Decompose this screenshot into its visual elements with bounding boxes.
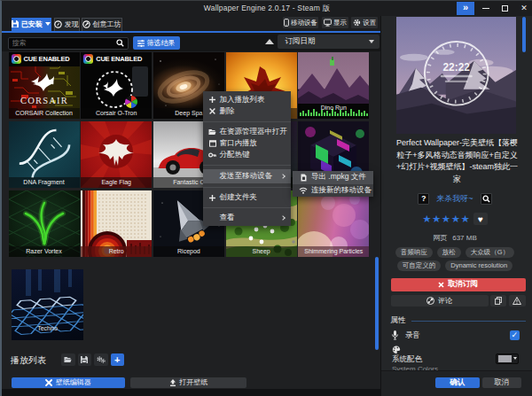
recording-label: 录音 [405, 330, 420, 341]
chevron-right-icon [280, 174, 286, 179]
preview-clock-time: 22:22 [442, 60, 470, 73]
tile-techno[interactable]: Techno [12, 269, 83, 340]
tile-corsair-o-tron[interactable]: CUE ENABLED Corsair O-Tron [81, 52, 152, 119]
menu-item-add-to-playlist[interactable]: 加入播放列表 [203, 94, 291, 105]
chevron-down-icon [513, 357, 517, 360]
tag[interactable]: 音频响应 [395, 247, 433, 258]
sort-dropdown[interactable]: 订阅日期 [278, 35, 380, 49]
cancel-button[interactable]: 取消 [482, 377, 521, 388]
tag[interactable]: 放松 [437, 247, 461, 258]
favorite-button[interactable]: ♥ [473, 213, 488, 225]
tab-workshop[interactable]: 创意工坊 [82, 18, 122, 31]
icue-logo-icon [83, 54, 93, 64]
folder-open-icon [64, 356, 72, 363]
monitor-icon [324, 19, 332, 27]
palette-icon [392, 346, 401, 353]
playlist-save-button[interactable] [78, 353, 92, 366]
playlist-label: 播放列表 [11, 354, 46, 367]
gear-icon [353, 19, 361, 27]
tab-label: 创意工坊 [93, 19, 121, 29]
close-button[interactable]: ✕ [517, 1, 531, 15]
comment-button[interactable]: 评论 [391, 295, 489, 307]
zoom-preview-button[interactable] [481, 193, 492, 205]
window-title: Wallpaper Engine 2.0.17 - Steam 版 [2, 4, 532, 14]
minimize-icon [482, 8, 489, 9]
tile-dna-fragment[interactable]: DNA Fragment [9, 121, 80, 188]
menu-item-create-folder[interactable]: 创建文件夹 [203, 192, 291, 204]
display-button[interactable]: 显示 [322, 17, 349, 28]
wifi-icon [298, 187, 309, 194]
playlist-add-button[interactable]: + [111, 353, 125, 366]
menu-item-delete[interactable]: 删除 [203, 105, 291, 117]
tile-dino-run[interactable]: Dino Run [298, 52, 369, 119]
tile-retro[interactable]: Retro [81, 190, 152, 257]
search-icon [116, 39, 124, 47]
copy-icon [495, 297, 502, 305]
submenu-item-connect-mobile[interactable]: 连接新的移动设备 [293, 184, 373, 198]
color-picker-dropdown[interactable] [496, 353, 519, 364]
tile-label: Dino Run [298, 103, 369, 113]
menu-item-label: 删除 [220, 106, 235, 117]
tab-installed[interactable]: 已安装 [12, 18, 51, 31]
heart-icon: ♥ [478, 214, 483, 224]
open-wallpaper-button[interactable]: 打开壁纸 [130, 377, 246, 389]
maximize-button[interactable] [497, 1, 512, 15]
mobile-device-button[interactable]: 移动设备 [283, 17, 319, 28]
author-link[interactable]: 来杀我呀~ [436, 193, 473, 205]
menu-item-play-in-window[interactable]: 窗口内播放 [203, 137, 291, 149]
star-rating[interactable]: ★★★★★ [422, 213, 470, 225]
phone-icon [284, 19, 289, 27]
tile-label: Razer Vortex [9, 246, 80, 257]
cue-badge-label: CUE ENABLED [24, 55, 70, 63]
tag[interactable]: 大众级（G） [466, 247, 514, 258]
report-button[interactable] [509, 295, 526, 307]
minimize-button[interactable] [479, 1, 493, 15]
playlist-settings-button[interactable] [94, 353, 108, 366]
menu-item-send-to-mobile[interactable]: 发送至移动设备 [203, 169, 291, 183]
tile-eagle-flag[interactable]: Eagle Flag [81, 121, 152, 188]
menu-item-view[interactable]: 查看 [203, 213, 291, 224]
toolbar-label: 移动设备 [291, 19, 317, 27]
submenu-item-export-mpkg[interactable]: 导出 .mpkg 文件 [293, 171, 373, 184]
tile-corsair-collection[interactable]: CORSAIR CUE ENABLED CORSAIR Collection [9, 52, 80, 119]
search-box [8, 37, 129, 50]
plus-icon [207, 97, 218, 103]
divider [411, 321, 526, 322]
tile-shimmering-particles[interactable]: Shimmering Particles [298, 190, 369, 257]
grid-scrollbar-thumb[interactable] [375, 257, 379, 350]
panel-footer: 确认 取消 [381, 370, 532, 396]
collapse-panel-button[interactable]: » [457, 2, 474, 15]
playlist-open-folder-button[interactable] [61, 353, 75, 366]
tab-discover[interactable]: 发现 [54, 18, 80, 31]
help-button[interactable]: ? [418, 193, 429, 205]
filter-results-button[interactable]: 筛选结果 [133, 36, 180, 50]
tag[interactable]: 可自定义的 [397, 260, 442, 271]
corsair-wordmark: CORSAIR [20, 96, 68, 105]
tile-label: Techno [12, 323, 83, 334]
sort-ascending-button[interactable] [265, 39, 274, 44]
plus-icon: + [114, 354, 120, 366]
close-icon [207, 108, 218, 114]
tile-razer-vortex[interactable]: Razer Vortex [9, 190, 80, 257]
confirm-button[interactable]: 确认 [435, 377, 480, 388]
wallpaper-type: 网页 [433, 234, 447, 242]
wallpaper-preview[interactable]: 22:22 [396, 17, 517, 135]
property-recording: 录音 [392, 330, 525, 341]
unsubscribe-button[interactable]: 取消订阅 [391, 278, 526, 292]
steam-icon [426, 297, 434, 305]
panel-scrollbar-thumb[interactable] [522, 17, 526, 52]
tag[interactable]: Dynamic resolution [445, 260, 512, 271]
search-input[interactable] [9, 39, 116, 47]
settings-button[interactable]: 设置 [351, 17, 378, 28]
wallpaper-editor-button[interactable]: 壁纸编辑器 [12, 377, 125, 389]
folder-open-icon [207, 128, 218, 136]
copy-button[interactable] [490, 295, 506, 307]
recording-checkbox[interactable]: ✓ [510, 330, 520, 341]
menu-item-open-in-explorer[interactable]: 在资源管理器中打开 [203, 126, 291, 137]
tab-label: 已安装 [21, 19, 43, 29]
menu-item-label: 在资源管理器中打开 [220, 127, 288, 137]
menu-item-assign-hotkey[interactable]: 分配热键 [203, 149, 291, 160]
submenu-item-label: 导出 .mpkg 文件 [311, 172, 366, 182]
wallpaper-grid: CORSAIR CUE ENABLED CORSAIR Collection C… [2, 51, 380, 396]
chevron-down-icon [45, 22, 51, 26]
